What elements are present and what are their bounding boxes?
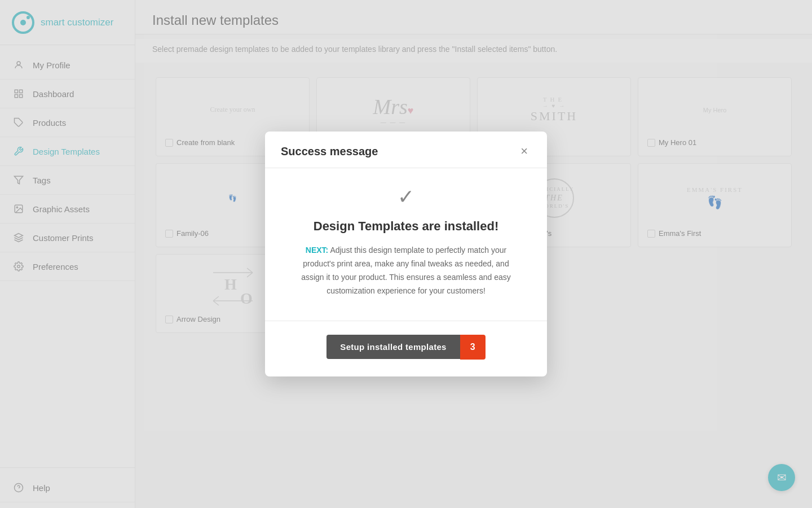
next-label: NEXT:: [306, 246, 328, 255]
modal-overlay: Success message × ✓ Design Templates are…: [0, 0, 812, 508]
modal-header: Success message ×: [265, 132, 547, 168]
checkmark-icon: ✓: [398, 185, 414, 209]
modal-close-button[interactable]: ×: [517, 144, 531, 159]
modal-success-title: Design Templates are installed!: [314, 219, 498, 234]
modal-footer: Setup installed templates 3: [265, 335, 547, 360]
success-modal: Success message × ✓ Design Templates are…: [265, 132, 547, 376]
modal-description: NEXT: Adjust this design template to per…: [299, 244, 513, 297]
modal-title: Success message: [281, 145, 378, 158]
setup-installed-templates-button[interactable]: Setup installed templates: [326, 335, 460, 359]
modal-description-text: Adjust this design template to perfectly…: [301, 246, 511, 295]
modal-footer-divider: [265, 321, 547, 321]
modal-body: ✓ Design Templates are installed! NEXT: …: [265, 179, 547, 309]
modal-header-divider: [265, 168, 547, 168]
installed-count-badge[interactable]: 3: [460, 335, 486, 360]
